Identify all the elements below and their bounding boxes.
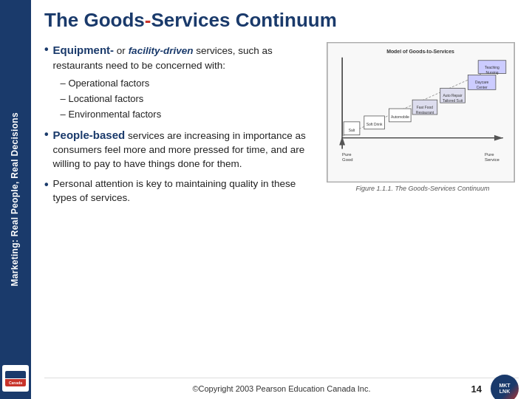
bullet-section: • Equipment- or facility-driven services… xyxy=(44,42,316,205)
svg-text:Daycare: Daycare xyxy=(475,81,489,84)
sub-item-1: Operational factors xyxy=(61,77,316,90)
logo-bottom-text: Canada xyxy=(9,381,22,385)
bullet-item-3: • Personal attention is key to maintaini… xyxy=(44,177,316,205)
sidebar: Marketing: Real People, Real Decisions C… xyxy=(0,0,31,399)
bullet-item-1: • Equipment- or facility-driven services… xyxy=(44,42,316,121)
bullet1-label3: facility-driven xyxy=(129,45,194,56)
svg-text:Nursing: Nursing xyxy=(485,71,498,75)
bullet1-label: Equipment- xyxy=(53,44,115,56)
title-part2: Services Continuum xyxy=(151,9,336,31)
bullet-text-3: Personal attention is key to maintaining… xyxy=(53,177,316,205)
footer: ©Copyright 2003 Pearson Education Canada… xyxy=(44,378,519,393)
svg-text:Automobile: Automobile xyxy=(391,115,409,119)
bullet-item-2: • People-based services are increasing i… xyxy=(44,127,316,171)
bullet-dot-2: • xyxy=(44,127,49,143)
sidebar-logo: Canada xyxy=(2,365,29,392)
svg-text:Model of Goods-to-Services: Model of Goods-to-Services xyxy=(386,49,454,54)
svg-text:Auto Repair: Auto Repair xyxy=(443,94,463,98)
right-column: Model of Goods-to-Services Salt Soft Dri… xyxy=(327,42,519,378)
bullet2-label: People-based xyxy=(53,129,126,141)
sub-list: Operational factors Locational factors E… xyxy=(61,77,316,122)
bullet-text-2: People-based services are increasing in … xyxy=(53,127,316,171)
footer-logo-inner: MKTLNK xyxy=(499,383,510,395)
svg-text:Soft Drink: Soft Drink xyxy=(366,123,383,126)
svg-text:Teaching: Teaching xyxy=(485,66,499,69)
bullet-text-1: Equipment- or facility-driven services, … xyxy=(53,42,316,121)
footer-copyright: ©Copyright 2003 Pearson Education Canada… xyxy=(192,384,370,393)
svg-text:Center: Center xyxy=(477,86,488,89)
content-area: • Equipment- or facility-driven services… xyxy=(44,42,519,378)
page-title: The Goods-Services Continuum xyxy=(44,9,519,32)
bullet-dot-3: • xyxy=(44,177,49,193)
main-content: The Goods-Services Continuum • Equipment… xyxy=(31,0,532,399)
svg-text:Pure: Pure xyxy=(485,152,494,157)
logo-top xyxy=(5,371,26,378)
sidebar-label: Marketing: Real People, Real Decisions xyxy=(10,112,21,286)
diagram-svg: Model of Goods-to-Services Salt Soft Dri… xyxy=(327,43,514,182)
svg-text:Restaurant: Restaurant xyxy=(416,111,434,115)
bullet-dot-1: • xyxy=(44,42,49,58)
title-part1: The Goods xyxy=(44,9,145,31)
sub-item-2: Locational factors xyxy=(61,92,316,106)
logo-bottom: Canada xyxy=(5,379,26,386)
bullet1-label2: or xyxy=(114,45,129,56)
sub-item-3: Environmental factors xyxy=(61,108,316,121)
left-column: • Equipment- or facility-driven services… xyxy=(44,42,316,378)
diagram-box: Model of Goods-to-Services Salt Soft Dri… xyxy=(327,42,515,183)
footer-logo: MKTLNK xyxy=(491,375,519,399)
svg-text:Service: Service xyxy=(485,157,499,162)
svg-text:Good: Good xyxy=(342,157,353,162)
svg-text:Tailored Suit: Tailored Suit xyxy=(443,99,463,103)
diagram-caption: Figure 1.1.1. The Goods-Services Continu… xyxy=(327,185,519,192)
footer-page-number: 14 xyxy=(471,383,482,395)
svg-text:Fast Food: Fast Food xyxy=(417,106,433,109)
svg-text:Salt: Salt xyxy=(349,129,355,132)
svg-text:Pure: Pure xyxy=(342,152,352,157)
